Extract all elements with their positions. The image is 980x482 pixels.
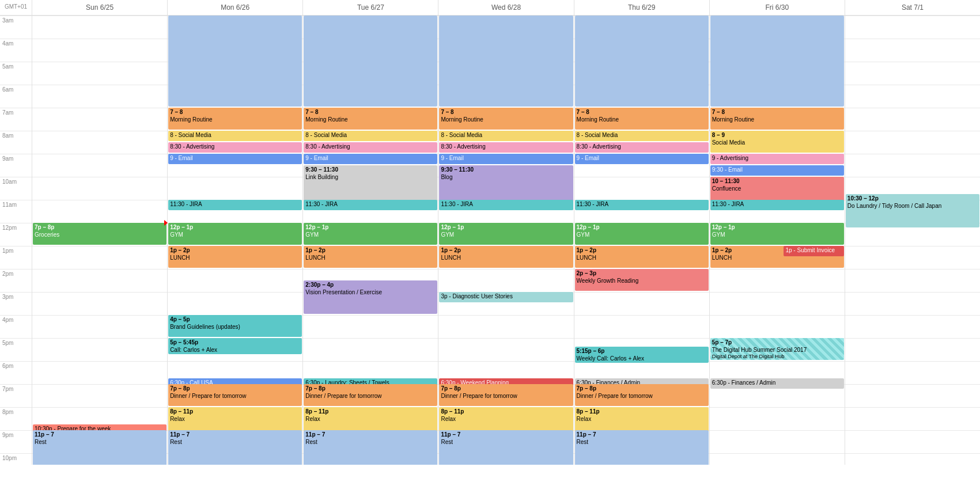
calendar-event[interactable]: 9 - Advertising [710,154,844,164]
calendar-event[interactable] [168,16,302,107]
day-time-slot[interactable] [845,315,980,338]
calendar-event[interactable]: 8 - Social Media [304,131,437,141]
day-time-slot[interactable] [32,361,167,384]
day-time-slot[interactable] [32,39,167,62]
day-time-slot[interactable] [574,177,709,200]
day-time-slot[interactable] [168,269,302,292]
day-time-slot[interactable] [845,246,980,269]
day-time-slot[interactable] [574,292,709,315]
day-time-slot[interactable] [710,430,845,453]
calendar-event[interactable]: 1p – 2pLUNCH [168,246,302,268]
calendar-event[interactable]: 7 – 8Morning Routine [575,108,709,130]
calendar-event[interactable] [710,16,844,107]
calendar-event[interactable]: 12p – 1pGYM [439,223,573,245]
day-time-slot[interactable] [710,269,845,292]
calendar-event[interactable]: 7p – 8pDinner / Prepare for tomorrow [439,384,573,406]
day-time-slot[interactable] [168,292,302,315]
day-time-slot[interactable] [168,177,302,200]
calendar-event[interactable]: 8 - Social Media [168,131,302,141]
calendar-event[interactable] [439,16,573,107]
calendar-event[interactable]: 8 - Social Media [575,131,709,141]
calendar-event[interactable]: 11:30 - JIRA [575,200,709,210]
day-time-slot[interactable] [845,62,980,85]
day-time-slot[interactable] [710,292,845,315]
day-time-slot[interactable] [32,154,167,177]
calendar-event[interactable]: 1p – 2pLUNCH [304,246,437,268]
calendar-event[interactable]: 9 - Email [168,154,302,164]
calendar-event[interactable]: 9 - Email [575,154,709,164]
calendar-event[interactable]: 7 – 8Morning Routine [168,108,302,130]
calendar-event[interactable]: 11:30 - JIRA [168,200,302,210]
day-time-slot[interactable] [845,361,980,384]
day-time-slot[interactable] [845,154,980,177]
day-time-slot[interactable] [710,407,845,430]
calendar-event[interactable]: 7 – 8Morning Routine [304,108,437,130]
day-time-slot[interactable] [574,315,709,338]
day-time-slot[interactable] [303,338,438,361]
day-time-slot[interactable] [32,315,167,338]
day-time-slot[interactable] [32,108,167,131]
calendar-event[interactable]: 11:30 - JIRA [304,200,437,210]
day-time-slot[interactable] [32,62,167,85]
calendar-event[interactable]: 9 - Email [439,154,573,164]
calendar-event[interactable]: 11p – 7Rest [304,430,437,465]
calendar-event[interactable]: 9:30 - Email [710,165,844,176]
calendar-event[interactable]: 5p – 5:45pCall: Carlos + Alex [168,338,302,354]
day-time-slot[interactable] [845,430,980,453]
day-time-slot[interactable] [845,338,980,361]
calendar-event[interactable]: 12p – 1pGYM [710,223,844,245]
day-time-slot[interactable] [32,384,167,407]
calendar-event[interactable]: 11:30 - JIRA [710,200,844,210]
calendar-event[interactable]: 11:30 - JIRA [439,200,573,210]
calendar-event[interactable] [304,16,437,107]
calendar-event[interactable]: 7 – 8Morning Routine [710,108,844,130]
calendar-event[interactable]: 12p – 1pGYM [168,223,302,245]
calendar-event[interactable]: 8:30 - Advertising [304,142,437,153]
day-time-slot[interactable] [438,315,573,338]
calendar-event[interactable]: 1p - Submit Invoice [784,246,843,256]
day-time-slot[interactable] [32,269,167,292]
calendar-event[interactable]: 7p – 8pDinner / Prepare for tomorrow [304,384,437,406]
day-time-slot[interactable] [32,131,167,154]
day-time-slot[interactable] [710,453,845,465]
calendar-event[interactable]: 5:15p – 6pWeekly Call: Carlos + Alex [575,347,709,363]
day-time-slot[interactable] [710,315,845,338]
calendar-event[interactable]: 5p – 7pThe Digital Hub Summer Social 201… [710,338,844,360]
calendar-event[interactable]: 11p – 7Rest [33,430,167,465]
day-time-slot[interactable] [32,338,167,361]
day-time-slot[interactable] [32,200,167,223]
calendar-event[interactable]: 8:30 - Advertising [439,142,573,153]
calendar-event[interactable]: 3p - Diagnostic User Stories [439,292,573,302]
calendar-event[interactable]: 2p – 3pWeekly Growth Reading [575,269,709,291]
day-time-slot[interactable] [845,453,980,465]
calendar-event[interactable]: 1p – 2pLUNCH [439,246,573,268]
day-time-slot[interactable] [845,131,980,154]
day-time-slot[interactable] [845,407,980,430]
calendar-event[interactable]: 11p – 7Rest [439,430,573,465]
day-time-slot[interactable] [32,177,167,200]
day-time-slot[interactable] [845,384,980,407]
day-time-slot[interactable] [845,108,980,131]
calendar-event[interactable]: 2:30p – 4pVision Presentation / Exercise [304,280,437,314]
calendar-event[interactable]: 12p – 1pGYM [575,223,709,245]
day-time-slot[interactable] [303,315,438,338]
calendar-event[interactable]: 7 – 8Morning Routine [439,108,573,130]
calendar-event[interactable]: 11p – 7Rest [168,430,302,465]
calendar-event[interactable]: 7p – 8pDinner / Prepare for tomorrow [168,384,302,406]
calendar-event[interactable]: 7p – 8pGroceries [33,223,167,245]
calendar-event[interactable]: 6:30p - Finances / Admin [710,378,844,389]
calendar-event[interactable]: 8:30 - Advertising [168,142,302,153]
day-time-slot[interactable] [845,269,980,292]
day-time-slot[interactable] [32,292,167,315]
calendar-event[interactable]: 4p – 5pBrand Guidelines (updates) [168,315,302,337]
calendar-event[interactable]: 9 - Email [304,154,437,164]
day-time-slot[interactable] [32,246,167,269]
calendar-event[interactable]: 8:30 - Advertising [575,142,709,153]
calendar-event[interactable]: 12p – 1pGYM [304,223,437,245]
day-time-slot[interactable] [845,16,980,39]
calendar-event[interactable]: 8 – 9Social Media [710,131,844,153]
calendar-event[interactable]: 11p – 7Rest [575,430,709,465]
calendar-event[interactable]: 10:30 – 12pDo Laundry / Tidy Room / Call… [846,194,979,227]
calendar-event[interactable]: 8 - Social Media [439,131,573,141]
day-time-slot[interactable] [845,39,980,62]
